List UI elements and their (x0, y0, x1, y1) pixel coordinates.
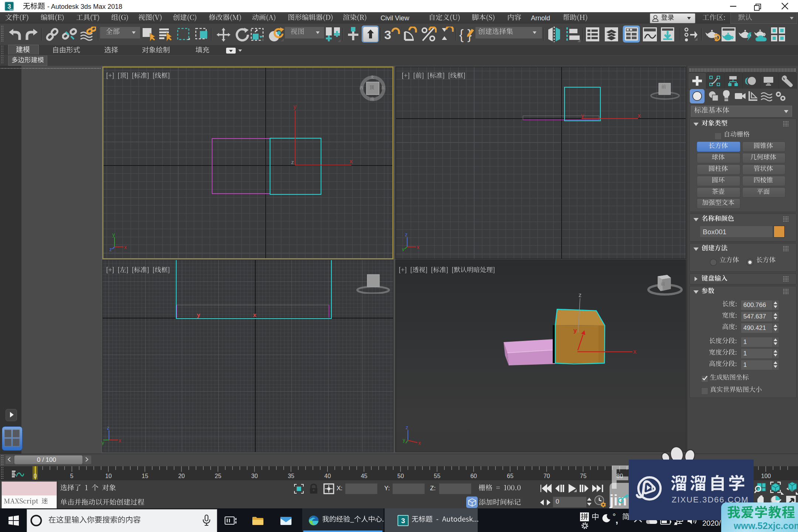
svg-text:x: x (349, 158, 352, 164)
svg-text:x: x (638, 112, 641, 119)
svg-text:z: z (107, 427, 109, 431)
svg-text:y: y (573, 327, 577, 334)
svg-text:3: 3 (401, 517, 405, 525)
svg-text:x: x (417, 244, 419, 250)
svg-text:x: x (119, 437, 121, 443)
svg-text:y: y (581, 112, 584, 119)
svg-text:z: z (291, 159, 294, 165)
svg-text:z: z (405, 233, 407, 238)
svg-text:y: y (102, 440, 104, 445)
svg-text:y: y (402, 246, 405, 251)
svg-text:z: z (406, 426, 408, 430)
svg-text:x: x (418, 440, 421, 446)
svg-text:z: z (579, 292, 582, 298)
svg-text:x: x (633, 348, 637, 355)
svg-text:MAX: MAX (10, 8, 14, 11)
svg-text:z: z (109, 246, 112, 251)
svg-text:y: y (112, 233, 115, 238)
svg-text:x: x (124, 244, 127, 250)
svg-text:y: y (293, 103, 296, 110)
svg-text:3: 3 (384, 28, 391, 42)
svg-text:y: y (403, 437, 405, 443)
